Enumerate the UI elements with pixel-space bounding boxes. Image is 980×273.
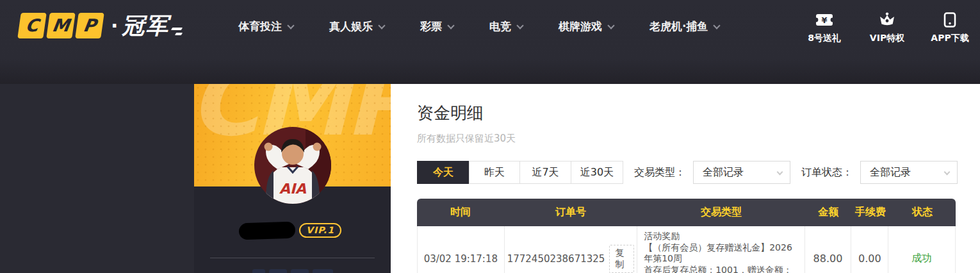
chevron-down-icon (287, 22, 294, 29)
cell-amount: 88.00 (805, 226, 852, 273)
gift-ticket-icon: ¥ (815, 12, 833, 28)
sidebar-divider (210, 258, 375, 258)
logo-letter-tile: P (75, 13, 104, 38)
chevron-down-icon (777, 169, 783, 176)
table-row: 03/02 19:17:18 1772450238671325 复制 活动奖励 … (417, 226, 956, 273)
chevron-down-icon (714, 22, 721, 29)
logo-dot: · (111, 15, 118, 37)
cell-status: 成功 (888, 226, 955, 273)
tab-last-30-days[interactable]: 近30天 (571, 161, 623, 184)
clipped-balance-text (194, 269, 391, 273)
phone-icon (943, 12, 957, 28)
nav-item-sports[interactable]: 体育投注 (238, 19, 293, 34)
column-header-status: 状态 (889, 206, 956, 219)
chevron-down-icon (447, 22, 454, 29)
order-number-text: 1772450238671325 (507, 253, 605, 265)
nav-item-live-casino[interactable]: 真人娱乐 (329, 19, 384, 34)
type-line: 首存后复存总额：1001，赠送金额：88！ (644, 265, 797, 273)
header-quick-links: ¥ 8号送礼 VIP特权 APP下载 (804, 12, 970, 44)
status-badge: 成功 (911, 252, 932, 265)
nav-item-label: 体育投注 (238, 19, 282, 34)
svg-text:AIA: AIA (279, 181, 306, 197)
nav-item-label: 电竞 (489, 19, 511, 34)
column-header-amount: 金额 (805, 206, 852, 219)
transaction-type-label: 交易类型： (634, 166, 685, 179)
nav-item-label: 彩票 (420, 19, 442, 34)
type-line: 活动奖励 (644, 231, 680, 242)
column-header-order-no: 订单号 (504, 206, 637, 219)
quicklink-gift-day8[interactable]: ¥ 8号送礼 (804, 12, 844, 44)
chevron-down-icon (944, 169, 951, 176)
nav-item-slots-fishing[interactable]: 老虎机·捕鱼 (649, 19, 719, 34)
cell-order-no: 1772450238671325 复制 (505, 226, 637, 273)
logo-letter-tile: C (17, 13, 47, 38)
profile-sidebar: CMP AIA VIP.1 (194, 84, 391, 273)
transaction-type-select[interactable]: 全部记录 (693, 161, 790, 184)
page-title: 资金明细 (417, 102, 980, 124)
chevron-down-icon (607, 22, 614, 29)
page-root: C M P · 冠军 体育投注 真人娱乐 彩票 电竞 棋牌游戏 老虎机·捕鱼 (0, 0, 980, 273)
site-logo[interactable]: C M P · 冠军 (19, 10, 182, 41)
select-value: 全部记录 (870, 166, 911, 178)
quicklink-label: VIP特权 (870, 33, 904, 44)
cell-fee: 0.00 (851, 226, 888, 273)
chevron-down-icon (516, 22, 523, 29)
order-status-select[interactable]: 全部记录 (860, 161, 958, 184)
redacted-username (239, 221, 296, 240)
page-subtitle: 所有数据只保留近30天 (417, 133, 980, 145)
column-header-fee: 手续费 (852, 206, 889, 219)
quicklink-label: 8号送礼 (808, 33, 841, 44)
nav-item-label: 棋牌游戏 (559, 19, 602, 34)
select-value: 全部记录 (703, 166, 744, 178)
funds-table: 时间 订单号 交易类型 金额 手续费 状态 03/02 19:17:18 177… (417, 199, 956, 273)
nav-item-label: 老虎机·捕鱼 (649, 19, 708, 34)
crown-icon (879, 12, 895, 28)
tab-yesterday[interactable]: 昨天 (469, 161, 520, 184)
copy-button[interactable]: 复制 (609, 245, 634, 273)
funds-detail-panel: 资金明细 所有数据只保留近30天 今天 昨天 近7天 近30天 交易类型： 全部… (391, 84, 980, 273)
column-header-type: 交易类型 (637, 206, 805, 219)
table-header-row: 时间 订单号 交易类型 金额 手续费 状态 (417, 199, 956, 226)
nav-item-board-games[interactable]: 棋牌游戏 (559, 19, 614, 34)
quicklink-vip[interactable]: VIP特权 (867, 12, 907, 44)
tab-last-7-days[interactable]: 近7天 (519, 161, 571, 184)
nav-item-esports[interactable]: 电竞 (489, 19, 523, 34)
quicklink-label: APP下载 (931, 33, 968, 44)
cell-transaction-type: 活动奖励 【（所有会员）复存赠送礼金】2026年第10周 首存后复存总额：100… (637, 226, 804, 273)
logo-letter-tile: M (46, 13, 76, 38)
user-avatar[interactable]: AIA (254, 127, 331, 204)
filter-controls-row: 今天 昨天 近7天 近30天 交易类型： 全部记录 订单状态： 全部记录 (417, 161, 980, 184)
chevron-down-icon (378, 22, 385, 29)
date-range-tabs: 今天 昨天 近7天 近30天 (417, 161, 623, 184)
main-navigation: 体育投注 真人娱乐 彩票 电竞 棋牌游戏 老虎机·捕鱼 (238, 19, 719, 34)
nav-item-label: 真人娱乐 (329, 19, 373, 34)
svg-text:¥: ¥ (821, 15, 827, 25)
type-line: 【（所有会员）复存赠送礼金】2026年第10周 (644, 242, 797, 265)
nav-item-lottery[interactable]: 彩票 (420, 19, 453, 34)
logo-speed-lines-icon (172, 28, 182, 35)
cell-time: 03/02 19:17:18 (418, 226, 505, 273)
column-header-time: 时间 (417, 206, 504, 219)
order-status-label: 订单状态： (801, 166, 853, 179)
tab-today[interactable]: 今天 (417, 161, 470, 184)
vip-level-badge: VIP.1 (299, 223, 341, 238)
logo-brand-text: 冠军 (122, 11, 169, 41)
quicklink-app-download[interactable]: APP下载 (930, 12, 970, 44)
